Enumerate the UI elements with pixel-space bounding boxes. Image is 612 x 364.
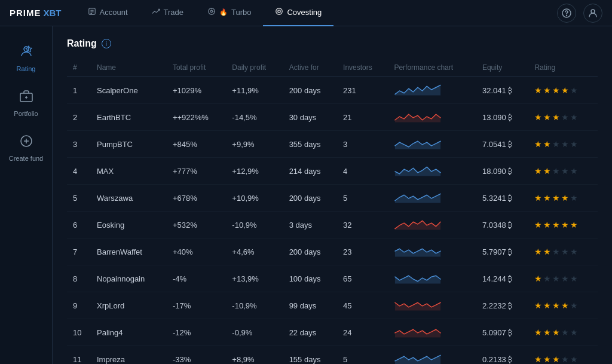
th-rating: Rating <box>528 59 598 77</box>
th-investors: Investors <box>337 59 388 77</box>
td-total-profit: +532% <box>167 212 226 238</box>
th-active-for: Active for <box>283 59 337 77</box>
nav-tab-trade[interactable]: Trade <box>140 0 195 26</box>
table-row[interactable]: 11 Impreza -33% +8,9% 155 days 5 0.2133 … <box>67 346 598 365</box>
td-active-for: 3 days <box>283 212 337 238</box>
td-chart <box>388 265 476 292</box>
table-row[interactable]: 4 MAX +777% +12,9% 214 days 4 18.090 ₿ ★… <box>67 158 598 185</box>
td-active-for: 22 days <box>283 319 337 346</box>
td-daily-profit: +4,6% <box>226 238 283 265</box>
nav-tab-covesting[interactable]: Covesting <box>263 0 333 26</box>
table-row[interactable]: 6 Eosking +532% -10,9% 3 days 32 7.0348 … <box>67 212 598 238</box>
table-row[interactable]: 9 XrpLord -17% -10,9% 99 days 45 2.2232 … <box>67 292 598 319</box>
top-nav: PRIME XBT AccountTrade🔥TurboCovesting <box>0 0 612 26</box>
td-chart <box>388 292 476 319</box>
star-1: ★ <box>534 220 542 230</box>
th-total-profit: Total profit <box>167 59 226 77</box>
star-5: ★ <box>570 220 578 230</box>
table-row[interactable]: 10 Paling4 -12% -0,9% 22 days 24 5.0907 … <box>67 319 598 346</box>
star-5: ★ <box>570 274 578 283</box>
td-total-profit: ++922%% <box>167 104 226 131</box>
star-3: ★ <box>552 166 560 176</box>
td-active-for: 200 days <box>283 185 337 212</box>
td-total-profit: -17% <box>167 292 226 319</box>
create-fund-icon <box>19 134 33 151</box>
table-row[interactable]: 5 Warszawa +678% +10,9% 200 days 5 5.324… <box>67 185 598 212</box>
td-chart <box>388 77 476 104</box>
td-num: 10 <box>67 319 91 346</box>
td-rating: ★★★★★ <box>528 212 598 238</box>
star-3: ★ <box>552 247 560 256</box>
user-button[interactable] <box>583 4 602 23</box>
td-total-profit: +1029% <box>167 77 226 104</box>
star-rating: ★★★★★ <box>534 220 592 230</box>
td-equity: 0.2133 ₿ <box>476 346 528 365</box>
td-equity: 2.2232 ₿ <box>476 292 528 319</box>
td-total-profit: +678% <box>167 185 226 212</box>
star-rating: ★★★★★ <box>534 328 592 337</box>
td-name: BarrenWaffet <box>91 238 167 265</box>
star-2: ★ <box>543 85 551 95</box>
nav-tab-turbo[interactable]: 🔥Turbo <box>195 0 263 26</box>
svg-point-12 <box>591 10 595 13</box>
td-rating: ★★★★★ <box>528 185 598 212</box>
td-active-for: 155 days <box>283 346 337 365</box>
td-equity: 5.3241 ₿ <box>476 185 528 212</box>
star-rating: ★★★★★ <box>534 112 592 122</box>
svg-point-9 <box>278 10 280 13</box>
td-daily-profit: +13,9% <box>226 265 283 292</box>
star-4: ★ <box>561 193 569 203</box>
td-daily-profit: +11,9% <box>226 77 283 104</box>
star-4: ★ <box>561 166 569 176</box>
td-num: 1 <box>67 77 91 104</box>
sidebar-item-rating[interactable]: Rating <box>2 38 50 78</box>
star-4: ★ <box>561 112 569 122</box>
th-equity: Equity <box>476 59 528 77</box>
td-active-for: 30 days <box>283 104 337 131</box>
td-active-for: 100 days <box>283 265 337 292</box>
nav-tab-account-icon <box>88 7 96 17</box>
td-daily-profit: +8,9% <box>226 346 283 365</box>
table-row[interactable]: 2 EarthBTC ++922%% -14,5% 30 days 21 13.… <box>67 104 598 131</box>
table-row[interactable]: 8 Nopainnogain -4% +13,9% 100 days 65 14… <box>67 265 598 292</box>
star-2: ★ <box>543 328 551 337</box>
star-2: ★ <box>543 193 551 203</box>
help-button[interactable] <box>557 4 576 23</box>
star-5: ★ <box>570 247 578 256</box>
star-3: ★ <box>552 301 560 310</box>
star-5: ★ <box>570 112 578 122</box>
star-2: ★ <box>543 274 551 283</box>
sidebar-item-portfolio[interactable]: Portfolio <box>2 83 50 123</box>
nav-tab-trade-icon <box>152 7 160 17</box>
star-1: ★ <box>534 112 542 122</box>
table-row[interactable]: 7 BarrenWaffet +40% +4,6% 200 days 23 5.… <box>67 238 598 265</box>
td-daily-profit: +10,9% <box>226 185 283 212</box>
star-rating: ★★★★★ <box>534 301 592 310</box>
td-investors: 3 <box>337 131 388 158</box>
td-rating: ★★★★★ <box>528 238 598 265</box>
table-row[interactable]: 1 ScalperOne +1029% +11,9% 200 days 231 … <box>67 77 598 104</box>
td-chart <box>388 238 476 265</box>
info-icon[interactable]: i <box>102 39 111 48</box>
td-total-profit: +777% <box>167 158 226 185</box>
star-1: ★ <box>534 301 542 310</box>
td-total-profit: -4% <box>167 265 226 292</box>
td-name: Nopainnogain <box>91 265 167 292</box>
td-chart <box>388 346 476 365</box>
star-4: ★ <box>561 220 569 230</box>
star-2: ★ <box>543 301 551 310</box>
td-name: EarthBTC <box>91 104 167 131</box>
star-rating: ★★★★★ <box>534 166 592 176</box>
star-3: ★ <box>552 112 560 122</box>
star-rating: ★★★★★ <box>534 247 592 256</box>
td-chart <box>388 212 476 238</box>
td-num: 8 <box>67 265 91 292</box>
nav-tab-account[interactable]: Account <box>76 0 140 26</box>
table-row[interactable]: 3 PumpBTC +845% +9,9% 355 days 3 7.0541 … <box>67 131 598 158</box>
sidebar-item-create-fund[interactable]: Create fund <box>2 128 50 168</box>
td-equity: 14.244 ₿ <box>476 265 528 292</box>
td-num: 11 <box>67 346 91 365</box>
star-rating: ★★★★★ <box>534 354 592 364</box>
td-investors: 4 <box>337 158 388 185</box>
svg-point-8 <box>276 8 283 15</box>
